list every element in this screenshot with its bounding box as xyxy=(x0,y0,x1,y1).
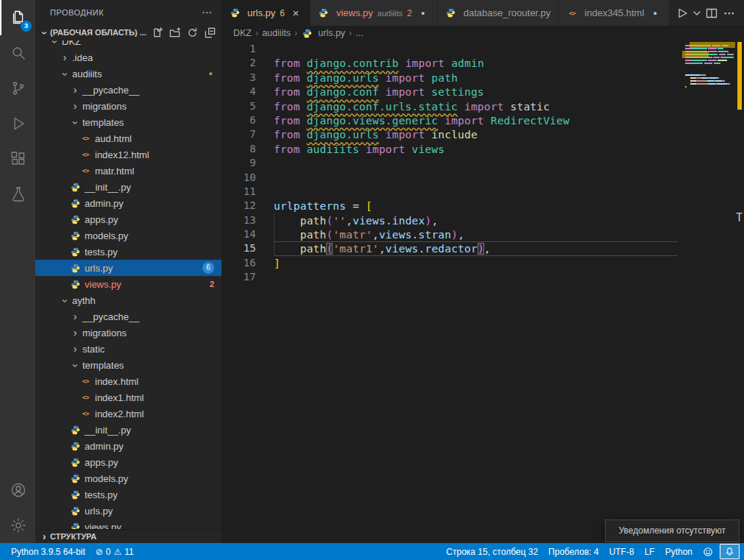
feedback-item[interactable] xyxy=(698,543,718,560)
line-number[interactable]: 12 xyxy=(222,199,262,213)
line-number[interactable]: 2 xyxy=(222,56,262,70)
line-number[interactable]: 1 xyxy=(222,42,262,56)
tree-item-__init__.py[interactable]: __init__.py xyxy=(35,179,222,195)
code-token: path xyxy=(431,72,458,84)
tree-item-apps.py[interactable]: apps.py xyxy=(35,454,222,470)
tab-urls.py[interactable]: urls.py6× xyxy=(222,0,311,26)
line-number[interactable]: 10 xyxy=(222,171,262,185)
line-number[interactable]: 13 xyxy=(222,213,262,227)
indentation-item[interactable]: Пробелов: 4 xyxy=(543,543,604,560)
tree-item-views.py[interactable]: views.py xyxy=(35,519,222,529)
breadcrumb-item-audiiits[interactable]: audiiits xyxy=(262,28,291,38)
breadcrumb-item-urls.py[interactable]: urls.py xyxy=(301,27,345,39)
breadcrumb-item-DKZ[interactable]: DKZ xyxy=(233,28,252,38)
line-number[interactable]: 9 xyxy=(222,156,262,170)
split-editor-icon[interactable] xyxy=(706,7,718,19)
tree-item-matr.html[interactable]: <>matr.html xyxy=(35,163,222,179)
activity-item-settings[interactable] xyxy=(0,508,35,543)
python-file-icon xyxy=(69,440,81,452)
line-number[interactable]: 16 xyxy=(222,256,262,270)
html-file-icon: <> xyxy=(79,165,91,177)
activity-item-search[interactable] xyxy=(0,35,35,71)
line-number[interactable]: 14 xyxy=(222,227,262,241)
encoding-item[interactable]: UTF-8 xyxy=(604,543,640,560)
eol-item[interactable]: LF xyxy=(640,543,660,560)
tree-item-DKZ[interactable]: ›DKZ xyxy=(35,40,222,49)
tree-item-urls.py[interactable]: urls.py6 xyxy=(35,260,222,276)
minimap[interactable] xyxy=(685,42,734,92)
sidebar-more-actions-button[interactable]: ··· xyxy=(202,8,213,17)
tree-item-index12.html[interactable]: <>index12.html xyxy=(35,146,222,163)
code-token: from xyxy=(274,72,307,84)
run-icon[interactable] xyxy=(676,7,688,19)
language-label: Python xyxy=(665,547,692,557)
tree-item-models.py[interactable]: models.py xyxy=(35,227,222,244)
tree-item-label: index.html xyxy=(95,376,138,387)
code-editor[interactable]: 12from django.contrib import admin3from … xyxy=(222,40,744,543)
new-file-icon[interactable] xyxy=(152,27,163,38)
tree-item-audiiits[interactable]: ›audiiits● xyxy=(35,65,222,82)
new-folder-icon[interactable] xyxy=(169,27,180,38)
chevron-down-icon[interactable] xyxy=(691,7,703,19)
python-interpreter-item[interactable]: Python 3.9.5 64-bit xyxy=(6,543,91,560)
collapse-all-icon[interactable] xyxy=(205,27,216,38)
line-number[interactable]: 4 xyxy=(222,85,262,99)
line-number[interactable]: 3 xyxy=(222,71,262,85)
line-number[interactable]: 15 xyxy=(222,241,262,255)
tree-item-admin.py[interactable]: admin.py xyxy=(35,438,222,454)
activity-item-explorer[interactable]: 3 xyxy=(0,0,35,35)
activity-item-source-control[interactable] xyxy=(0,71,35,106)
line-number[interactable]: 7 xyxy=(222,127,262,141)
tree-item-aud.html[interactable]: <>aud.html xyxy=(35,130,222,146)
tree-item-migrations[interactable]: ›migrations xyxy=(35,98,222,114)
activity-item-run-and-debug[interactable] xyxy=(0,106,35,141)
tree-item-tests.py[interactable]: tests.py xyxy=(35,244,222,260)
line-number[interactable]: 11 xyxy=(222,185,262,199)
problems-indicator[interactable]: ⊘ 0 ⚠ 11 xyxy=(91,543,139,560)
tree-item-migrations[interactable]: ›migrations xyxy=(35,325,222,341)
tree-item-admin.py[interactable]: admin.py xyxy=(35,195,222,211)
refresh-icon[interactable] xyxy=(187,27,198,38)
workspace-section-header[interactable]: › (РАБОЧАЯ ОБЛАСТЬ) ... xyxy=(35,24,222,40)
language-mode-item[interactable]: Python xyxy=(660,543,698,560)
dirty-indicator[interactable]: ● xyxy=(648,10,662,17)
error-count: 0 xyxy=(106,547,111,557)
tree-item-static[interactable]: ›static xyxy=(35,341,222,357)
outline-section-header[interactable]: › СТРУКТУРА xyxy=(35,529,222,543)
notification-toast[interactable]: Уведомления отсутствуют xyxy=(605,520,740,542)
scrollbar-overview-ruler[interactable] xyxy=(735,40,744,543)
tree-item-__pycache__[interactable]: ›__pycache__ xyxy=(35,82,222,98)
line-number[interactable]: 8 xyxy=(222,142,262,156)
activity-item-accounts[interactable] xyxy=(0,472,35,508)
activity-item-testing[interactable] xyxy=(0,177,35,212)
tree-item-urls.py[interactable]: urls.py xyxy=(35,503,222,519)
dirty-indicator[interactable]: ● xyxy=(417,10,430,17)
tree-item-models.py[interactable]: models.py xyxy=(35,470,222,486)
tree-item-index2.html[interactable]: <>index2.html xyxy=(35,405,222,422)
notifications-bell-button[interactable] xyxy=(720,544,740,559)
tab-views.py[interactable]: views.pyaudiiits2● xyxy=(311,0,438,26)
tree-item-__pycache__[interactable]: ›__pycache__ xyxy=(35,308,222,325)
tree-item-templates[interactable]: ›templates xyxy=(35,114,222,130)
tree-item-apps.py[interactable]: apps.py xyxy=(35,211,222,227)
line-number[interactable]: 5 xyxy=(222,99,262,113)
html-file-icon: <> xyxy=(79,408,91,419)
tree-item-views.py[interactable]: views.py2 xyxy=(35,276,222,292)
tree-item-templates[interactable]: ›templates xyxy=(35,357,222,373)
cursor-position-item[interactable]: Строка 15, столбец 32 xyxy=(441,543,543,560)
tab-database_roouter.py[interactable]: database_roouter.py xyxy=(438,0,559,26)
tree-item-index1.html[interactable]: <>index1.html xyxy=(35,389,222,405)
tree-item-.idea[interactable]: ›.idea xyxy=(35,49,222,65)
code-token: from xyxy=(274,129,307,141)
tab-index345.html[interactable]: <>index345.html● xyxy=(559,0,670,26)
more-actions-icon[interactable]: ⋯ xyxy=(720,7,738,20)
tree-item-tests.py[interactable]: tests.py xyxy=(35,486,222,503)
line-number[interactable]: 6 xyxy=(222,113,262,127)
activity-item-extensions[interactable] xyxy=(0,141,35,177)
line-number[interactable]: 17 xyxy=(222,270,262,284)
tree-item-aythh[interactable]: ›aythh xyxy=(35,292,222,308)
close-icon[interactable]: × xyxy=(289,7,302,19)
breadcrumb-item-...[interactable]: ... xyxy=(355,28,363,38)
tree-item-__init__.py[interactable]: __init__.py xyxy=(35,422,222,438)
tree-item-index.html[interactable]: <>index.html xyxy=(35,373,222,389)
